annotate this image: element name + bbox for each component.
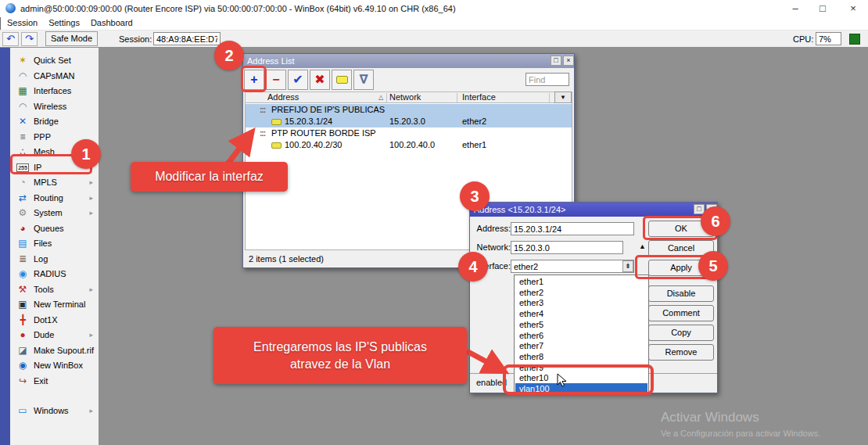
filter-button[interactable]: ∇: [353, 70, 374, 90]
comment-row[interactable]: :::PTP ROUTER BORDE ISP: [246, 127, 572, 139]
dropdown-option-ether6[interactable]: ether6: [515, 330, 647, 341]
sidebar-item-capsman[interactable]: ◠CAPsMAN: [10, 69, 99, 84]
dropdown-option-ether4[interactable]: ether4: [515, 308, 647, 319]
sidebar-item-exit[interactable]: ↪Exit: [10, 374, 99, 389]
disable-button[interactable]: Disable: [648, 285, 714, 302]
sidebar-item-files[interactable]: ▤Files: [10, 236, 99, 251]
address-list-close-icon[interactable]: ×: [563, 56, 574, 66]
sort-indicator-icon: △: [378, 92, 383, 102]
interface-dropdown-icon[interactable]: ⇟: [622, 260, 633, 272]
remove-button[interactable]: Remove: [648, 344, 714, 361]
menu-settings[interactable]: Settings: [43, 17, 85, 28]
sidebar-item-label: CAPsMAN: [34, 69, 75, 84]
submenu-arrow-icon: ▸: [89, 328, 93, 343]
dropdown-option-ether3[interactable]: ether3: [515, 297, 647, 308]
redo-icon[interactable]: ↷: [21, 32, 38, 46]
app-titlebar: admin@50:00:00:09:00:00 (Router Encore I…: [0, 0, 868, 17]
comment-button[interactable]: Comment: [648, 305, 714, 321]
copy-button[interactable]: Copy: [648, 325, 714, 341]
highlight-box-add-button: [241, 66, 267, 92]
sidebar-item-dot1x[interactable]: ╋Dot1X: [10, 313, 99, 328]
sidebar-item-new-winbox[interactable]: ◉New WinBox: [10, 358, 99, 373]
address-row[interactable]: 100.20.40.2/30100.20.40.0ether1: [246, 139, 572, 151]
radius-icon: ◉: [16, 268, 29, 280]
dropdown-option-ether5[interactable]: ether5: [515, 319, 647, 330]
enable-button[interactable]: ✔: [288, 70, 308, 90]
sidebar-item-bridge[interactable]: ✕Bridge: [10, 114, 99, 129]
dropdown-option-ether2[interactable]: ether2: [515, 287, 647, 298]
column-address[interactable]: Address: [267, 92, 299, 102]
queues-icon: ◕: [16, 223, 29, 235]
undo-icon[interactable]: ↶: [2, 32, 19, 46]
comment-drag-icon: :::: [260, 127, 265, 139]
sidebar-item-make-supout-rif[interactable]: ◪Make Supout.rif: [10, 343, 99, 358]
sidebar-item-wireless[interactable]: ◠Wireless: [10, 99, 99, 114]
collapse-network-icon[interactable]: ▲: [639, 242, 646, 250]
sidebar-item-log[interactable]: ≣Log: [10, 252, 99, 267]
sidebar-item-queues[interactable]: ◕Queues: [10, 221, 99, 236]
step-badge-5: 5: [698, 251, 728, 281]
menu-bar: SessionSettingsDashboard: [2, 17, 868, 30]
find-input[interactable]: [525, 73, 569, 86]
app-title: admin@50:00:00:09:00:00 (Router Encore I…: [20, 0, 456, 17]
dot1x-icon: ╋: [16, 314, 29, 326]
menu-dashboard[interactable]: Dashboard: [85, 17, 138, 28]
sidebar-item-interfaces[interactable]: ▦Interfaces: [10, 84, 99, 99]
address-list-maximize-icon[interactable]: □: [551, 56, 561, 66]
close-button[interactable]: ×: [841, 0, 865, 17]
comment-button[interactable]: [332, 70, 352, 90]
cell-interface: ether2: [462, 116, 486, 127]
sidebar-item-label: PPP: [34, 130, 51, 145]
remove-button[interactable]: −: [266, 70, 286, 90]
table-header[interactable]: Address △ Network Interface: [245, 92, 572, 103]
dropdown-option-ether8[interactable]: ether8: [515, 351, 647, 362]
dropdown-option-ether1[interactable]: ether1: [515, 276, 647, 287]
address-dialog-titlebar[interactable]: Address <15.20.3.1/24>: [470, 203, 717, 217]
sidebar-item-routing[interactable]: ⇄Routing▸: [10, 191, 99, 206]
sidebar-item-windows[interactable]: ▭Windows▸: [10, 404, 99, 418]
maximize-button[interactable]: □: [811, 0, 834, 17]
dropdown-option-ether7[interactable]: ether7: [515, 340, 647, 351]
session-input[interactable]: [153, 32, 221, 45]
cell-network: 100.20.40.0: [389, 139, 435, 151]
safe-mode-button[interactable]: Safe Mode: [45, 31, 98, 46]
address-list-titlebar[interactable]: Address List: [243, 54, 574, 68]
step-badge-3: 3: [460, 181, 490, 211]
sidebar-menu: ✶Quick Set◠CAPsMAN▦Interfaces◠Wireless✕B…: [10, 48, 99, 445]
sidebar-item-mpls[interactable]: ◔MPLS▸: [10, 175, 99, 190]
column-network[interactable]: Network: [389, 92, 421, 102]
wand-icon: ✶: [16, 55, 29, 66]
minimize-button[interactable]: –: [784, 0, 807, 17]
sidebar-item-dude[interactable]: ●Dude▸: [10, 328, 99, 343]
sidebar-item-label: Files: [34, 236, 52, 251]
menu-session[interactable]: Session: [2, 17, 43, 28]
address-row[interactable]: 15.20.3.1/2415.20.3.0ether2: [246, 116, 572, 127]
column-interface[interactable]: Interface: [462, 92, 496, 102]
sidebar-item-label: Quick Set: [34, 53, 71, 68]
sidebar-item-quick-set[interactable]: ✶Quick Set: [10, 53, 99, 68]
interface-combo[interactable]: [511, 260, 634, 273]
sidebar-item-tools[interactable]: ⚒Tools▸: [10, 282, 99, 297]
system-icon: ⚙: [16, 207, 29, 219]
routing-icon: ⇄: [16, 192, 29, 204]
terminal-icon: ▣: [16, 299, 29, 310]
sidebar-item-system[interactable]: ⚙System▸: [10, 206, 99, 221]
sidebar-item-label: Windows: [34, 404, 69, 418]
sidebar-item-new-terminal[interactable]: ▣New Terminal: [10, 297, 99, 312]
sidebar-item-label: Exit: [34, 374, 48, 389]
address-field[interactable]: [511, 222, 634, 235]
comment-icon: [336, 76, 348, 84]
sidebar-item-radius[interactable]: ◉RADIUS: [10, 267, 99, 282]
sidebar-item-label: System: [34, 206, 63, 221]
sidebar-item-label: New WinBox: [34, 358, 83, 373]
comment-row[interactable]: :::PREFIJO DE IP'S PUBLICAS: [246, 104, 572, 116]
cell-network: 15.20.3.0: [389, 116, 425, 127]
disable-button[interactable]: ✖: [310, 70, 330, 90]
sidebar-item-label: MPLS: [34, 175, 57, 190]
session-label: Session:: [119, 31, 152, 48]
sidebar-item-label: Routing: [34, 191, 63, 206]
network-field[interactable]: [511, 241, 623, 254]
sidebar-item-label: RADIUS: [34, 267, 66, 282]
column-menu-icon[interactable]: ▼: [554, 92, 572, 103]
step-badge-1: 1: [71, 139, 101, 169]
